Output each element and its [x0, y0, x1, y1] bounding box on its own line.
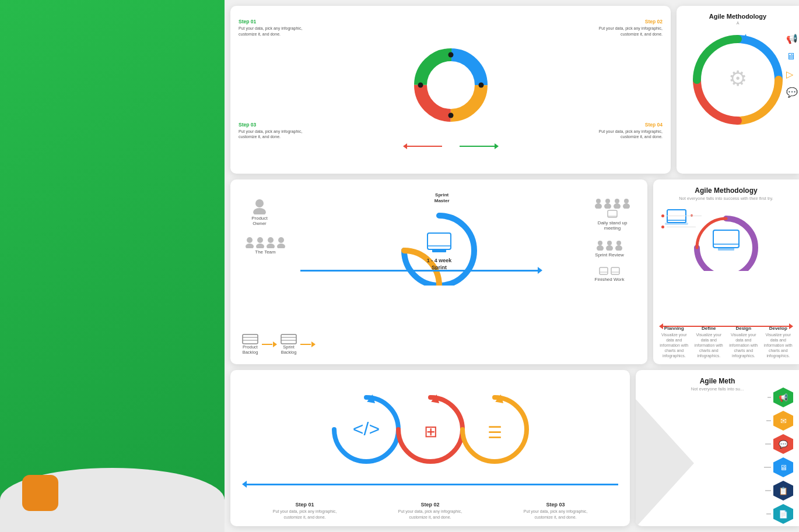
finished-work: Finished Work	[589, 267, 630, 282]
slide-donut[interactable]: Step 01 Put your data, pick any infograp…	[230, 6, 671, 174]
middle-row: ProductOwner The Team	[225, 177, 799, 367]
svg-point-5	[478, 83, 483, 88]
left-column	[0, 0, 225, 532]
svg-point-40	[607, 241, 612, 245]
svg-point-32	[615, 199, 619, 203]
svg-point-13	[253, 208, 266, 214]
svg-rect-24	[432, 249, 446, 252]
bottom-row: </> ⊞	[225, 367, 799, 532]
slide-hexagons[interactable]: Agile Meth Not everyone falls into su...…	[636, 370, 799, 526]
svg-text:</>: </>	[352, 418, 379, 439]
svg-rect-23	[427, 233, 451, 249]
step-label-3: Step 03 Put your data, pick any infograp…	[524, 502, 588, 520]
svg-point-19	[267, 244, 275, 248]
circle-step-3: ☰	[457, 392, 532, 467]
hex-title: Agile Meth	[636, 370, 799, 386]
step-label-1: Step 01 Put your data, pick any infograp…	[273, 502, 337, 520]
slide-sprint[interactable]: ProductOwner The Team	[230, 179, 647, 364]
svg-point-29	[595, 203, 602, 209]
svg-rect-46	[611, 267, 619, 274]
svg-point-41	[606, 245, 613, 251]
compatible-section	[22, 468, 58, 511]
svg-point-38	[598, 241, 602, 245]
svg-text:☰: ☰	[487, 424, 502, 442]
svg-rect-57	[713, 230, 739, 248]
sprint-review: Sprint Review	[589, 240, 630, 258]
circular-sub: A	[677, 21, 799, 25]
slide-circular[interactable]: Agile Methodology A	[677, 6, 799, 174]
svg-point-17	[256, 244, 264, 248]
planning-circle-svg	[691, 213, 761, 271]
phase-develop: Develop Visualize your data and informat…	[763, 326, 793, 358]
phase-define: Define Visualize your data and informati…	[694, 326, 723, 358]
svg-point-7	[418, 83, 423, 88]
svg-text:1 - 4 week: 1 - 4 week	[426, 258, 452, 263]
main-title	[22, 30, 202, 73]
circles-title	[230, 370, 630, 379]
svg-text:⚙: ⚙	[728, 66, 747, 90]
daily-standup: Daily stand upmeeting	[589, 198, 636, 231]
top-row: Step 01 Put your data, pick any infograp…	[225, 0, 799, 177]
svg-point-39	[597, 245, 604, 251]
svg-point-8	[427, 62, 474, 108]
the-team: The Team	[242, 237, 289, 255]
svg-point-30	[605, 199, 610, 203]
svg-point-12	[255, 199, 264, 207]
svg-point-4	[448, 52, 453, 58]
svg-rect-51	[281, 334, 296, 344]
circular-svg: ⚙	[685, 27, 790, 132]
root: Step 01 Put your data, pick any infograp…	[0, 0, 799, 532]
svg-text:⊞: ⊞	[423, 422, 437, 441]
slide-three-circles[interactable]: </> ⊞	[230, 370, 630, 526]
donut-svg	[407, 41, 495, 129]
product-owner: ProductOwner	[242, 198, 277, 226]
phase-planning: Planning Visualize your data and informa…	[660, 326, 689, 358]
svg-point-21	[277, 244, 285, 248]
right-column: Step 01 Put your data, pick any infograp…	[225, 0, 799, 532]
svg-point-42	[616, 241, 621, 245]
svg-point-16	[257, 237, 263, 243]
svg-rect-48	[243, 334, 258, 344]
slide-planning[interactable]: Agile Methodology Not everyone falls int…	[653, 179, 799, 364]
product-backlog: ProductBacklog	[242, 334, 258, 355]
svg-rect-44	[600, 267, 608, 274]
svg-point-35	[623, 203, 630, 209]
ai-icon	[22, 475, 58, 511]
sprint-backlog: SprintBacklog	[281, 334, 297, 355]
phase-design: Design Visualize your data and informati…	[729, 326, 758, 358]
step-label-2: Step 02 Put your data, pick any infograp…	[398, 502, 462, 520]
circular-title: Agile Methodology	[677, 6, 799, 21]
svg-point-28	[596, 199, 601, 203]
svg-point-31	[604, 203, 611, 209]
sprint-title	[230, 179, 647, 189]
planning-sub: Not everyone falls into success with the…	[653, 196, 799, 201]
svg-rect-58	[718, 248, 734, 251]
svg-point-43	[615, 245, 622, 251]
svg-point-20	[278, 237, 284, 243]
svg-point-6	[448, 113, 453, 118]
svg-point-18	[268, 237, 274, 243]
svg-point-14	[247, 237, 253, 243]
planning-title: Agile Methodology	[653, 179, 799, 196]
svg-point-34	[624, 199, 629, 203]
donut-title	[230, 6, 671, 15]
sprint-master-label: SprintMaster	[434, 192, 450, 205]
svg-point-15	[246, 244, 254, 248]
svg-point-33	[614, 203, 621, 209]
